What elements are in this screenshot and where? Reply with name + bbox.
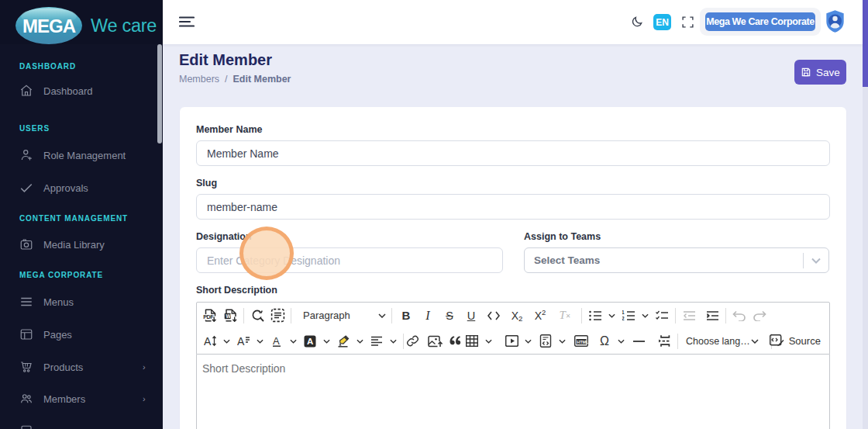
svg-text:MEGA: MEGA	[22, 16, 76, 36]
svg-text:A: A	[307, 337, 313, 346]
svg-text:We care: We care	[91, 16, 157, 36]
svg-text:A: A	[273, 335, 280, 347]
svg-text:2: 2	[622, 316, 625, 321]
svg-text:W: W	[226, 313, 231, 319]
svg-text:A: A	[237, 335, 245, 347]
svg-text:A: A	[204, 335, 212, 347]
svg-text:HTML: HTML	[577, 340, 588, 344]
svg-text:PDF: PDF	[203, 313, 214, 320]
svg-text:1: 1	[622, 310, 625, 315]
